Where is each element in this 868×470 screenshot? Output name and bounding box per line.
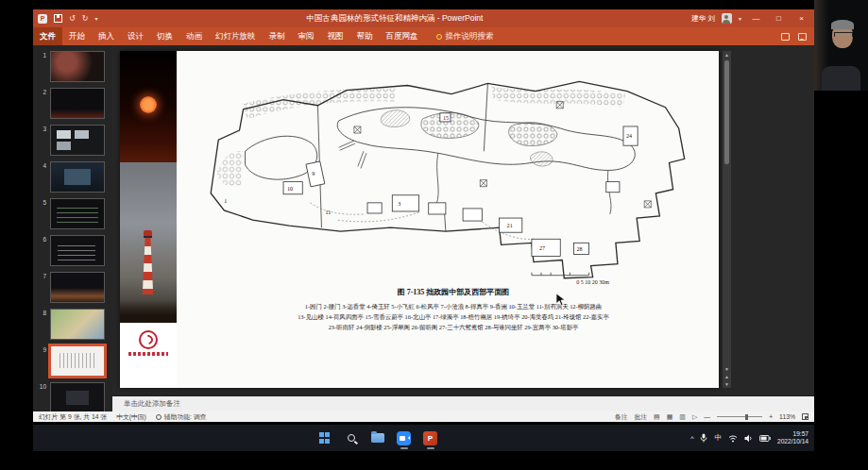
ribbon-display-options-icon[interactable]: ▾ xyxy=(739,16,741,22)
tab-review[interactable]: 审阅 xyxy=(292,27,321,45)
legend-line-1: 1-园门 2-腰门 3-远香堂 4-倚玉轩 5-小飞虹 6-松风亭 7-小沧浪 … xyxy=(196,301,711,311)
svg-text:15: 15 xyxy=(443,115,449,121)
scroll-down-icon[interactable]: ▼ xyxy=(724,365,729,373)
thumbnail-image xyxy=(50,51,105,82)
title-bar: P ↺ ↻ ▾ 中国古典园林的形式特征和精神内涵 - PowerPoint 建华… xyxy=(33,9,814,27)
zoom-slider-knob[interactable] xyxy=(745,414,749,420)
ribbon-right-icons xyxy=(781,33,814,41)
college-logo-area xyxy=(120,323,177,388)
speaker-icon[interactable] xyxy=(744,434,753,443)
quick-access-dropdown-icon[interactable]: ▾ xyxy=(94,16,97,22)
tab-help[interactable]: 帮助 xyxy=(350,27,380,45)
notes-placeholder: 单击此处添加备注 xyxy=(124,399,180,409)
next-slide-icon[interactable]: ▼ xyxy=(724,380,729,388)
tab-animations[interactable]: 动画 xyxy=(179,27,209,45)
vertical-scrollbar[interactable]: ▲ ▼ ▲ ▼ xyxy=(723,51,731,388)
microphone-icon[interactable] xyxy=(700,433,707,443)
account-avatar[interactable] xyxy=(722,13,732,24)
battery-icon[interactable] xyxy=(759,435,771,442)
clock[interactable]: 19:57 2022/10/14 xyxy=(777,430,808,445)
save-icon[interactable] xyxy=(54,14,62,23)
comment-icon[interactable] xyxy=(798,33,807,41)
slide-editor: 3 10 9 15 27 24 1 11 21 28 xyxy=(112,45,814,395)
notes-toggle[interactable]: 备注 xyxy=(615,412,628,422)
taskbar-icons: P xyxy=(316,425,438,451)
figure-legend: 1-园门 2-腰门 3-远香堂 4-倚玉轩 5-小飞虹 6-松风亭 7-小沧浪 … xyxy=(196,301,711,332)
slide-thumbnail-4[interactable]: 4 xyxy=(38,161,109,193)
tab-baidu-netdisk[interactable]: 百度网盘 xyxy=(380,27,425,45)
svg-text:9: 9 xyxy=(312,171,315,176)
zoom-out-button[interactable]: — xyxy=(704,413,710,420)
tab-design[interactable]: 设计 xyxy=(121,27,150,45)
slide-thumbnail-9-selected[interactable]: 9 xyxy=(38,345,109,377)
mouse-cursor xyxy=(555,293,566,307)
workspace: 1 2 3 4 5 6 7 xyxy=(33,45,814,411)
tab-view[interactable]: 视图 xyxy=(321,27,350,45)
restore-button[interactable]: □ xyxy=(771,14,787,23)
powerpoint-window: P ↺ ↻ ▾ 中国古典园林的形式特征和精神内涵 - PowerPoint 建华… xyxy=(33,9,814,422)
normal-view-icon[interactable]: ▤ xyxy=(654,413,660,421)
undo-icon[interactable]: ↺ xyxy=(69,15,76,23)
redo-icon[interactable]: ↻ xyxy=(82,15,89,23)
notes-pane[interactable]: 单击此处添加备注 xyxy=(112,395,814,411)
share-icon[interactable] xyxy=(781,33,790,41)
status-bar: 幻灯片 第 9 张, 共 14 张 中文(中国) 辅助功能: 调查 备注 批注 … xyxy=(33,411,814,422)
ime-indicator[interactable]: 中 xyxy=(714,433,722,443)
slide-thumbnail-5[interactable]: 5 xyxy=(38,198,109,229)
account-name[interactable]: 建华 刘 xyxy=(691,14,715,24)
tab-transitions[interactable]: 切换 xyxy=(150,27,179,45)
language-indicator[interactable]: 中文(中国) xyxy=(116,412,146,422)
slide-thumbnail-3[interactable]: 3 xyxy=(38,125,109,156)
webcam-person-body xyxy=(822,66,860,91)
fit-to-window-icon[interactable] xyxy=(802,413,808,420)
powerpoint-icon: P xyxy=(38,14,47,24)
tell-me-search[interactable]: 操作说明搜索 xyxy=(436,31,494,42)
svg-text:11: 11 xyxy=(326,210,332,215)
slide-number: 10 xyxy=(38,382,46,411)
tab-slideshow[interactable]: 幻灯片放映 xyxy=(209,27,263,45)
slide-number: 9 xyxy=(38,345,46,377)
tab-home[interactable]: 开始 xyxy=(62,27,92,45)
zoom-slider[interactable] xyxy=(717,416,762,417)
slide-canvas[interactable]: 3 10 9 15 27 24 1 11 21 28 xyxy=(120,51,719,388)
slide-thumbnail-10[interactable]: 10 xyxy=(38,382,109,411)
minimize-button[interactable]: — xyxy=(748,14,764,23)
close-button[interactable]: × xyxy=(793,14,809,23)
tab-record[interactable]: 录制 xyxy=(263,27,292,45)
scrollbar-thumb[interactable] xyxy=(724,60,729,164)
tab-insert[interactable]: 插入 xyxy=(92,27,121,45)
slide-thumbnail-panel: 1 2 3 4 5 6 7 xyxy=(33,45,112,411)
zoom-level[interactable]: 113% xyxy=(779,413,795,420)
tray-overflow-chevron-icon[interactable]: ^ xyxy=(690,435,693,442)
titlebar-right: 建华 刘 ▾ — □ × xyxy=(691,13,809,24)
file-explorer-button[interactable] xyxy=(369,430,385,446)
reading-view-icon[interactable]: ▥ xyxy=(679,413,686,421)
webcam-video[interactable] xyxy=(814,0,868,91)
start-button[interactable] xyxy=(316,430,332,446)
slide-thumbnail-1[interactable]: 1 xyxy=(38,51,109,82)
slide-thumbnail-2[interactable]: 2 xyxy=(38,88,109,119)
scroll-up-icon[interactable]: ▲ xyxy=(724,51,729,59)
svg-text:1: 1 xyxy=(224,198,227,204)
tab-file[interactable]: 文件 xyxy=(33,27,62,45)
slide-thumbnail-8[interactable]: 8 xyxy=(38,309,109,340)
college-logo-emblem xyxy=(139,330,158,349)
taskbar-search[interactable] xyxy=(343,430,359,446)
slide-sorter-view-icon[interactable]: ▦ xyxy=(667,413,673,421)
powerpoint-taskbar-button[interactable]: P xyxy=(422,430,438,446)
tray-date: 2022/10/14 xyxy=(777,438,808,445)
meeting-app-button[interactable] xyxy=(396,430,412,446)
thumbnail-image xyxy=(50,309,105,340)
comments-toggle[interactable]: 批注 xyxy=(634,412,647,422)
previous-slide-icon[interactable]: ▲ xyxy=(724,373,729,380)
slide-photo-strip xyxy=(120,51,177,388)
accessibility-status[interactable]: 辅助功能: 调查 xyxy=(156,412,207,422)
zoom-in-button[interactable]: + xyxy=(769,413,773,420)
wifi-icon[interactable] xyxy=(728,434,738,443)
slide-thumbnail-7[interactable]: 7 xyxy=(38,272,109,303)
search-icon xyxy=(348,434,355,442)
svg-text:27: 27 xyxy=(539,245,545,251)
slide-thumbnail-6[interactable]: 6 xyxy=(38,235,109,266)
thumbnail-image xyxy=(50,235,105,266)
slideshow-view-icon[interactable]: ▷ xyxy=(692,413,697,421)
